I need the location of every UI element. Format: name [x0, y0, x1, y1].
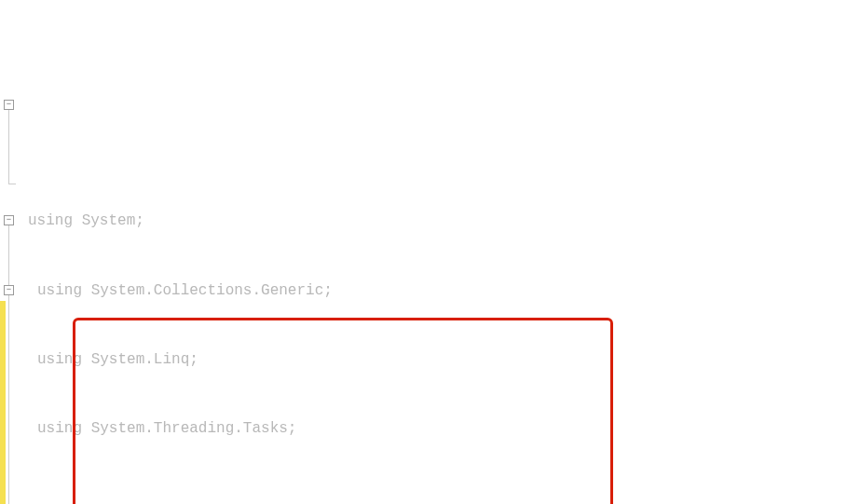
- using-line: using System.Linq;: [22, 348, 847, 372]
- change-bar: [0, 301, 6, 504]
- using-line: using System.Collections.Generic;: [22, 279, 847, 303]
- blank-line: [22, 487, 847, 504]
- gutter: − − −: [0, 94, 17, 504]
- highlight-box: [73, 318, 613, 504]
- using-line: using System.Threading.Tasks;: [22, 417, 847, 441]
- fold-toggle-namespace[interactable]: −: [4, 215, 14, 225]
- fold-toggle-usings[interactable]: −: [4, 100, 14, 110]
- code-editor[interactable]: − − − using System; using System.Collect…: [0, 94, 847, 504]
- fold-toggle-class[interactable]: −: [4, 285, 14, 295]
- using-line: using System;: [22, 210, 847, 233]
